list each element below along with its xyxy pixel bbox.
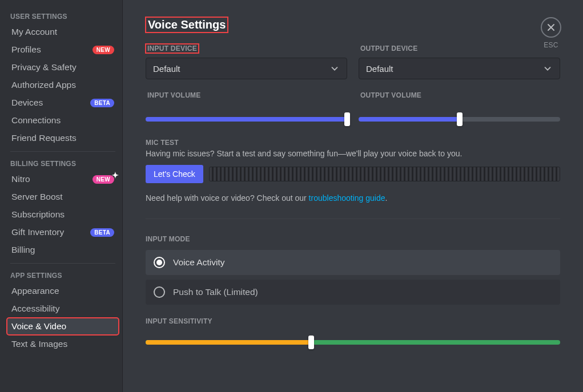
sidebar-item-label: Appearance — [11, 286, 59, 296]
mic-level-meter — [209, 167, 560, 181]
sidebar-item-devices[interactable]: DevicesBETA — [7, 94, 119, 111]
input-mode-push-to-talk[interactable]: Push to Talk (Limited) — [146, 280, 560, 305]
beta-badge: BETA — [90, 99, 114, 107]
input-sensitivity-header: INPUT SENSITIVITY — [146, 317, 560, 325]
sidebar-item-billing[interactable]: Billing — [7, 241, 119, 258]
sidebar-item-accessibility[interactable]: Accessibility — [7, 300, 119, 317]
settings-content: ESC Voice Settings INPUT DEVICE Default … — [123, 0, 583, 392]
output-device-select[interactable]: Default — [359, 58, 560, 79]
sidebar-item-voice-video[interactable]: Voice & Video — [7, 318, 119, 335]
sidebar-section-user-header: USER SETTINGS — [7, 9, 119, 23]
sidebar-divider — [10, 151, 115, 152]
sidebar-item-server-boost[interactable]: Server Boost — [7, 188, 119, 205]
sparkle-icon: ✦ — [112, 171, 119, 180]
mic-test-header: MIC TEST — [146, 139, 560, 147]
close-area: ESC — [541, 17, 561, 49]
sidebar-item-label: Server Boost — [11, 192, 63, 202]
sidebar-item-authorized-apps[interactable]: Authorized Apps — [7, 76, 119, 94]
sidebar-item-nitro[interactable]: NitroNEW✦ — [7, 171, 119, 188]
sidebar-item-label: Devices — [11, 98, 43, 108]
sidebar-item-label: Connections — [11, 115, 61, 126]
close-button[interactable] — [541, 17, 561, 38]
sidebar-item-appearance[interactable]: Appearance — [7, 282, 119, 300]
output-volume-label: OUTPUT VOLUME — [359, 91, 423, 100]
slider-fill — [359, 117, 460, 122]
slider-thumb[interactable] — [457, 112, 463, 126]
input-volume-label: INPUT VOLUME — [146, 91, 203, 100]
new-badge: NEW — [93, 46, 114, 54]
slider-thumb[interactable] — [344, 112, 350, 126]
chevron-down-icon — [329, 63, 340, 74]
radio-label: Push to Talk (Limited) — [173, 287, 258, 297]
sidebar-section-app-header: APP SETTINGS — [7, 268, 119, 282]
page-title: Voice Settings — [146, 17, 228, 33]
input-mode-header: INPUT MODE — [146, 235, 560, 243]
settings-sidebar: USER SETTINGS My Account ProfilesNEW Pri… — [0, 0, 123, 392]
divider — [146, 219, 560, 219]
output-device-value: Default — [366, 64, 393, 74]
sidebar-divider — [10, 263, 115, 264]
sidebar-section-billing-header: BILLING SETTINGS — [7, 156, 119, 170]
slider-fill — [146, 117, 347, 122]
output-volume-slider[interactable] — [359, 117, 560, 122]
esc-label: ESC — [541, 41, 561, 49]
radio-icon — [154, 257, 165, 268]
chevron-down-icon — [542, 63, 553, 74]
sidebar-item-subscriptions[interactable]: Subscriptions — [7, 206, 119, 223]
sidebar-item-label: Authorized Apps — [11, 80, 76, 90]
radio-label: Voice Activity — [173, 257, 224, 268]
sidebar-item-profiles[interactable]: ProfilesNEW — [7, 41, 119, 58]
beta-badge: BETA — [90, 228, 114, 237]
sidebar-item-my-account[interactable]: My Account — [7, 23, 119, 41]
sidebar-item-label: Voice & Video — [11, 321, 66, 332]
input-volume-slider[interactable] — [146, 117, 347, 122]
sidebar-item-label: Friend Requests — [11, 133, 77, 143]
radio-icon — [154, 286, 165, 298]
sidebar-item-friend-requests[interactable]: Friend Requests — [7, 130, 119, 147]
input-device-value: Default — [153, 64, 180, 74]
sidebar-item-connections[interactable]: Connections — [7, 112, 119, 129]
sidebar-item-label: Accessibility — [11, 304, 59, 314]
sidebar-item-label: Billing — [11, 245, 35, 255]
sidebar-item-label: Nitro — [11, 174, 30, 184]
sidebar-item-label: Gift Inventory — [11, 227, 64, 237]
slider-left-fill — [146, 340, 311, 345]
input-device-select[interactable]: Default — [146, 58, 347, 79]
input-sensitivity-slider[interactable] — [146, 340, 560, 345]
sidebar-item-label: Privacy & Safety — [11, 62, 77, 72]
help-line: Need help with voice or video? Check out… — [146, 193, 560, 203]
close-icon — [546, 23, 556, 32]
troubleshooting-link[interactable]: troubleshooting guide — [309, 193, 385, 203]
mic-test-button[interactable]: Let's Check — [146, 165, 203, 183]
new-badge: NEW✦ — [93, 175, 114, 184]
input-mode-voice-activity[interactable]: Voice Activity — [146, 250, 560, 275]
sidebar-item-privacy-safety[interactable]: Privacy & Safety — [7, 59, 119, 76]
sidebar-item-label: My Account — [11, 27, 57, 37]
sidebar-item-label: Subscriptions — [11, 209, 65, 220]
sidebar-item-text-images[interactable]: Text & Images — [7, 336, 119, 353]
sidebar-item-label: Profiles — [11, 45, 41, 55]
sidebar-item-gift-inventory[interactable]: Gift InventoryBETA — [7, 224, 119, 241]
input-device-label: INPUT DEVICE — [146, 44, 199, 53]
mic-test-helper: Having mic issues? Start a test and say … — [146, 149, 560, 158]
sidebar-item-label: Text & Images — [11, 339, 67, 349]
slider-thumb[interactable] — [308, 336, 314, 349]
output-device-label: OUTPUT DEVICE — [359, 44, 419, 53]
